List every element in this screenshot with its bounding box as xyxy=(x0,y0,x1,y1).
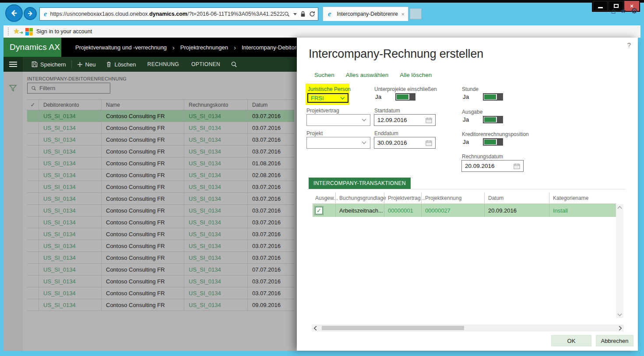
breadcrumb-item[interactable]: Projektrechnungen xyxy=(180,44,228,51)
invoice-date-field[interactable]: 20.09.2016 xyxy=(461,160,524,172)
tab-intercompany-transactions[interactable]: INTERCOMPANY-TRANSAKTIONEN xyxy=(309,178,411,189)
project-contract-dropdown[interactable] xyxy=(306,114,370,126)
invoice-account-link[interactable]: US_SI_0134 xyxy=(184,169,247,181)
table-row[interactable]: US_SI_0134 Contoso Consulting FR US_SI_0… xyxy=(27,146,294,157)
delete-button[interactable]: Löschen xyxy=(101,57,141,72)
table-row[interactable]: US_SI_0134 Contoso Consulting FR US_SI_0… xyxy=(27,193,294,205)
invoice-account-link[interactable]: US_SI_0134 xyxy=(184,157,247,169)
customer-account-link[interactable]: US_SI_0134 xyxy=(39,299,101,311)
invoice-account-link[interactable]: US_SI_0134 xyxy=(184,146,247,157)
invoice-account-link[interactable]: US_SI_0134 xyxy=(184,228,247,240)
calendar-icon[interactable] xyxy=(426,117,432,123)
customer-account-link[interactable]: US_SI_0134 xyxy=(39,157,101,169)
filter-funnel-icon[interactable] xyxy=(9,85,17,92)
table-row[interactable]: US_SI_0134 Contoso Consulting FR US_SI_0… xyxy=(27,110,294,122)
column-header[interactable]: Name xyxy=(101,100,184,110)
table-row[interactable]: US_SI_0134 Contoso Consulting FR US_SI_0… xyxy=(27,216,294,228)
filter-input[interactable]: Filtern xyxy=(27,83,110,94)
address-bar[interactable]: e https://usnconeboxax1aos.cloud.onebox.… xyxy=(39,7,318,21)
save-button[interactable]: Speichern xyxy=(26,57,71,72)
invoice-menu[interactable]: RECHNUNG xyxy=(141,57,186,72)
table-row[interactable]: US_SI_0134 Contoso Consulting FR US_SI_0… xyxy=(27,299,294,311)
customer-account-link[interactable]: US_SI_0134 xyxy=(39,181,101,192)
vertical-scrollbar[interactable] xyxy=(616,204,623,318)
customer-account-link[interactable]: US_SI_0134 xyxy=(39,110,101,122)
customer-account-link[interactable]: US_SI_0134 xyxy=(39,252,101,263)
customer-account-link[interactable]: US_SI_0134 xyxy=(39,287,101,299)
project-contract-link[interactable]: 00000001 xyxy=(384,204,421,217)
table-row[interactable]: US_SI_0134 Contoso Consulting FR US_SI_0… xyxy=(27,181,294,193)
invoice-account-link[interactable]: US_SI_0134 xyxy=(184,276,247,287)
table-row[interactable]: US_SI_0134 Contoso Consulting FR US_SI_0… xyxy=(27,276,294,287)
customer-account-link[interactable]: US_SI_0134 xyxy=(39,146,101,157)
invoice-account-link[interactable]: US_SI_0134 xyxy=(184,181,247,192)
column-header[interactable]: Datum xyxy=(247,100,294,110)
legal-entity-dropdown[interactable]: FRSI xyxy=(307,93,348,103)
include-subprojects-toggle[interactable] xyxy=(395,93,415,101)
customer-account-link[interactable]: US_SI_0134 xyxy=(39,134,101,145)
search-icon[interactable] xyxy=(284,11,290,17)
scrollbar-thumb[interactable] xyxy=(322,326,464,330)
browser-tab[interactable]: e Intercompany-Debitorenre... × xyxy=(323,7,408,21)
column-header[interactable]: Ausgew... xyxy=(313,192,335,203)
customer-account-link[interactable]: US_SI_0134 xyxy=(39,193,101,204)
invoice-account-link[interactable]: US_SI_0134 xyxy=(184,134,247,145)
column-header[interactable]: Buchungsgrundlage xyxy=(335,192,384,203)
browser-back-button[interactable] xyxy=(5,4,23,22)
transaction-row[interactable]: ✓ Arbeitszeitnach... 00000001 00000027 2… xyxy=(313,204,616,217)
new-button[interactable]: Neu xyxy=(72,57,101,72)
row-checkbox[interactable]: ✓ xyxy=(315,207,323,214)
ok-button[interactable]: OK xyxy=(551,335,591,346)
calendar-icon[interactable] xyxy=(426,140,432,146)
search-link[interactable]: Suchen xyxy=(314,72,334,78)
invoice-account-link[interactable]: US_SI_0134 xyxy=(184,205,247,216)
scroll-up-icon[interactable] xyxy=(617,206,622,209)
table-row[interactable]: US_SI_0134 Contoso Consulting FR US_SI_0… xyxy=(27,264,294,276)
dynamics-ax-logo[interactable]: Dynamics AX xyxy=(4,38,61,57)
start-date-field[interactable]: 12.09.2016 xyxy=(374,114,436,126)
search-provider-caret-icon[interactable] xyxy=(293,13,297,15)
column-header[interactable]: Kategoriename xyxy=(549,192,616,203)
toolbar-search-button[interactable] xyxy=(226,57,242,72)
customer-account-link[interactable]: US_SI_0134 xyxy=(39,216,101,228)
invoice-account-link[interactable]: US_SI_0134 xyxy=(184,110,247,122)
invoice-account-link[interactable]: US_SI_0134 xyxy=(184,122,247,133)
calendar-icon[interactable] xyxy=(514,163,520,169)
customer-account-link[interactable]: US_SI_0134 xyxy=(39,276,101,287)
scroll-down-icon[interactable] xyxy=(617,313,622,317)
customer-account-link[interactable]: US_SI_0134 xyxy=(39,169,101,181)
invoice-account-link[interactable]: US_SI_0134 xyxy=(184,299,247,311)
clear-all-link[interactable]: Alle löschen xyxy=(400,72,432,78)
table-row[interactable]: US_SI_0134 Contoso Consulting FR US_SI_0… xyxy=(27,240,294,252)
customer-account-link[interactable]: US_SI_0134 xyxy=(39,122,101,133)
category-link[interactable]: Install xyxy=(549,204,616,217)
column-header[interactable]: Projektvertrag... xyxy=(384,192,421,203)
table-row[interactable]: US_SI_0134 Contoso Consulting FR US_SI_0… xyxy=(27,157,294,169)
project-dropdown[interactable] xyxy=(306,137,370,149)
scroll-right-icon[interactable] xyxy=(619,326,622,331)
table-row[interactable]: US_SI_0134 Contoso Consulting FR US_SI_0… xyxy=(27,134,294,146)
select-all-check-icon[interactable]: ✓ xyxy=(27,101,39,108)
expense-toggle[interactable] xyxy=(483,116,503,123)
table-row[interactable]: US_SI_0134 Contoso Consulting FR US_SI_0… xyxy=(27,169,294,181)
favorites-bar-handle[interactable] xyxy=(8,28,10,35)
column-header[interactable]: Debitorenkonto xyxy=(39,100,101,110)
vendor-invoice-line-toggle[interactable] xyxy=(483,138,503,146)
help-icon[interactable]: ? xyxy=(627,41,631,49)
scroll-left-icon[interactable] xyxy=(313,326,317,331)
settings-gear-icon[interactable]: ⚙ xyxy=(631,7,638,15)
select-all-link[interactable]: Alles auswählen xyxy=(346,72,389,78)
project-id-link[interactable]: 00000027 xyxy=(421,204,484,217)
browser-forward-button[interactable] xyxy=(24,7,37,20)
hour-toggle[interactable] xyxy=(483,93,503,101)
invoice-account-link[interactable]: US_SI_0134 xyxy=(184,287,247,299)
invoice-account-link[interactable]: US_SI_0134 xyxy=(184,193,247,204)
customer-account-link[interactable]: US_SI_0134 xyxy=(39,205,101,216)
cancel-button[interactable]: Abbrechen xyxy=(596,335,633,346)
add-favorite-star-icon[interactable]: ★➜ xyxy=(13,28,22,35)
options-menu[interactable]: OPTIONEN xyxy=(185,57,226,72)
home-icon[interactable]: ⌂ xyxy=(611,7,616,15)
invoice-account-link[interactable]: US_SI_0134 xyxy=(184,252,247,263)
horizontal-scrollbar[interactable] xyxy=(312,325,624,332)
invoice-account-link[interactable]: US_SI_0134 xyxy=(184,216,247,228)
